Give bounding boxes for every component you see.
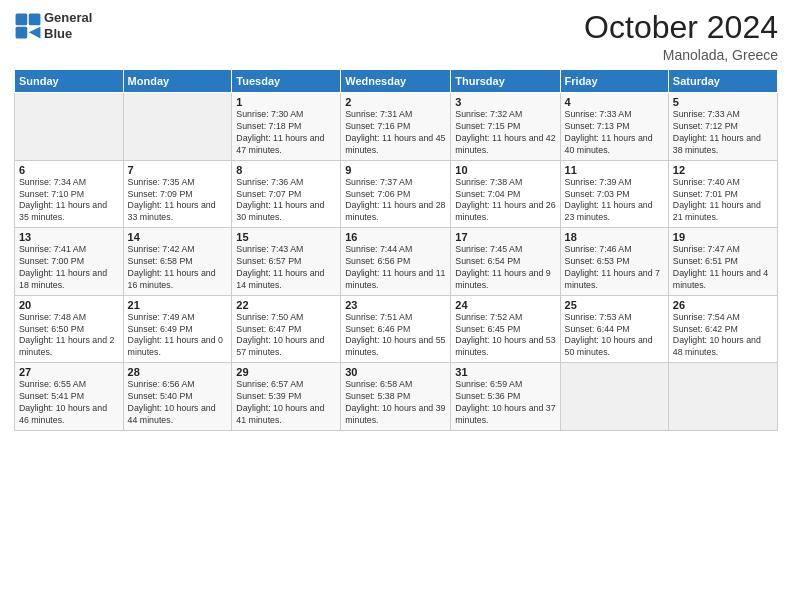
day-cell xyxy=(668,363,777,431)
day-cell: 31Sunrise: 6:59 AMSunset: 5:36 PMDayligh… xyxy=(451,363,560,431)
day-info: Sunrise: 6:58 AMSunset: 5:38 PMDaylight:… xyxy=(345,379,446,427)
svg-rect-2 xyxy=(16,26,28,38)
day-info: Sunrise: 7:34 AMSunset: 7:10 PMDaylight:… xyxy=(19,177,119,225)
day-info: Sunrise: 7:37 AMSunset: 7:06 PMDaylight:… xyxy=(345,177,446,225)
day-cell: 12Sunrise: 7:40 AMSunset: 7:01 PMDayligh… xyxy=(668,160,777,228)
day-number: 23 xyxy=(345,299,446,311)
day-cell: 10Sunrise: 7:38 AMSunset: 7:04 PMDayligh… xyxy=(451,160,560,228)
day-info: Sunrise: 7:48 AMSunset: 6:50 PMDaylight:… xyxy=(19,312,119,360)
day-number: 17 xyxy=(455,231,555,243)
day-info: Sunrise: 7:53 AMSunset: 6:44 PMDaylight:… xyxy=(565,312,664,360)
day-number: 15 xyxy=(236,231,336,243)
header: General Blue October 2024 Manolada, Gree… xyxy=(14,10,778,63)
day-number: 13 xyxy=(19,231,119,243)
logo: General Blue xyxy=(14,10,92,41)
day-cell xyxy=(123,93,232,161)
day-cell: 24Sunrise: 7:52 AMSunset: 6:45 PMDayligh… xyxy=(451,295,560,363)
day-info: Sunrise: 7:39 AMSunset: 7:03 PMDaylight:… xyxy=(565,177,664,225)
day-cell xyxy=(560,363,668,431)
day-cell: 30Sunrise: 6:58 AMSunset: 5:38 PMDayligh… xyxy=(341,363,451,431)
day-number: 21 xyxy=(128,299,228,311)
day-number: 14 xyxy=(128,231,228,243)
day-info: Sunrise: 7:33 AMSunset: 7:12 PMDaylight:… xyxy=(673,109,773,157)
day-number: 1 xyxy=(236,96,336,108)
day-number: 5 xyxy=(673,96,773,108)
day-cell: 11Sunrise: 7:39 AMSunset: 7:03 PMDayligh… xyxy=(560,160,668,228)
header-row: Sunday Monday Tuesday Wednesday Thursday… xyxy=(15,70,778,93)
day-info: Sunrise: 6:55 AMSunset: 5:41 PMDaylight:… xyxy=(19,379,119,427)
day-info: Sunrise: 7:50 AMSunset: 6:47 PMDaylight:… xyxy=(236,312,336,360)
svg-rect-1 xyxy=(29,13,41,25)
col-tuesday: Tuesday xyxy=(232,70,341,93)
subtitle: Manolada, Greece xyxy=(584,47,778,63)
day-cell: 15Sunrise: 7:43 AMSunset: 6:57 PMDayligh… xyxy=(232,228,341,296)
day-info: Sunrise: 7:44 AMSunset: 6:56 PMDaylight:… xyxy=(345,244,446,292)
day-number: 18 xyxy=(565,231,664,243)
logo-text: General Blue xyxy=(44,10,92,41)
svg-rect-0 xyxy=(16,13,28,25)
day-info: Sunrise: 6:59 AMSunset: 5:36 PMDaylight:… xyxy=(455,379,555,427)
col-monday: Monday xyxy=(123,70,232,93)
day-cell: 26Sunrise: 7:54 AMSunset: 6:42 PMDayligh… xyxy=(668,295,777,363)
day-info: Sunrise: 7:47 AMSunset: 6:51 PMDaylight:… xyxy=(673,244,773,292)
day-cell: 29Sunrise: 6:57 AMSunset: 5:39 PMDayligh… xyxy=(232,363,341,431)
day-cell: 21Sunrise: 7:49 AMSunset: 6:49 PMDayligh… xyxy=(123,295,232,363)
day-cell: 14Sunrise: 7:42 AMSunset: 6:58 PMDayligh… xyxy=(123,228,232,296)
day-cell: 3Sunrise: 7:32 AMSunset: 7:15 PMDaylight… xyxy=(451,93,560,161)
day-cell: 8Sunrise: 7:36 AMSunset: 7:07 PMDaylight… xyxy=(232,160,341,228)
week-row-3: 13Sunrise: 7:41 AMSunset: 7:00 PMDayligh… xyxy=(15,228,778,296)
day-number: 31 xyxy=(455,366,555,378)
day-cell: 18Sunrise: 7:46 AMSunset: 6:53 PMDayligh… xyxy=(560,228,668,296)
day-info: Sunrise: 7:38 AMSunset: 7:04 PMDaylight:… xyxy=(455,177,555,225)
day-info: Sunrise: 7:46 AMSunset: 6:53 PMDaylight:… xyxy=(565,244,664,292)
day-info: Sunrise: 7:51 AMSunset: 6:46 PMDaylight:… xyxy=(345,312,446,360)
day-number: 16 xyxy=(345,231,446,243)
week-row-2: 6Sunrise: 7:34 AMSunset: 7:10 PMDaylight… xyxy=(15,160,778,228)
day-number: 8 xyxy=(236,164,336,176)
day-info: Sunrise: 7:42 AMSunset: 6:58 PMDaylight:… xyxy=(128,244,228,292)
day-cell: 25Sunrise: 7:53 AMSunset: 6:44 PMDayligh… xyxy=(560,295,668,363)
day-cell: 22Sunrise: 7:50 AMSunset: 6:47 PMDayligh… xyxy=(232,295,341,363)
day-number: 19 xyxy=(673,231,773,243)
day-cell: 13Sunrise: 7:41 AMSunset: 7:00 PMDayligh… xyxy=(15,228,124,296)
day-cell: 20Sunrise: 7:48 AMSunset: 6:50 PMDayligh… xyxy=(15,295,124,363)
day-number: 10 xyxy=(455,164,555,176)
col-wednesday: Wednesday xyxy=(341,70,451,93)
day-cell: 23Sunrise: 7:51 AMSunset: 6:46 PMDayligh… xyxy=(341,295,451,363)
day-info: Sunrise: 7:32 AMSunset: 7:15 PMDaylight:… xyxy=(455,109,555,157)
col-thursday: Thursday xyxy=(451,70,560,93)
day-cell: 28Sunrise: 6:56 AMSunset: 5:40 PMDayligh… xyxy=(123,363,232,431)
title-block: October 2024 Manolada, Greece xyxy=(584,10,778,63)
day-number: 6 xyxy=(19,164,119,176)
day-info: Sunrise: 7:41 AMSunset: 7:00 PMDaylight:… xyxy=(19,244,119,292)
day-cell: 6Sunrise: 7:34 AMSunset: 7:10 PMDaylight… xyxy=(15,160,124,228)
day-number: 28 xyxy=(128,366,228,378)
day-info: Sunrise: 6:56 AMSunset: 5:40 PMDaylight:… xyxy=(128,379,228,427)
day-info: Sunrise: 7:45 AMSunset: 6:54 PMDaylight:… xyxy=(455,244,555,292)
day-number: 27 xyxy=(19,366,119,378)
day-number: 11 xyxy=(565,164,664,176)
day-cell: 16Sunrise: 7:44 AMSunset: 6:56 PMDayligh… xyxy=(341,228,451,296)
day-info: Sunrise: 7:35 AMSunset: 7:09 PMDaylight:… xyxy=(128,177,228,225)
calendar-page: General Blue October 2024 Manolada, Gree… xyxy=(0,0,792,612)
day-info: Sunrise: 7:30 AMSunset: 7:18 PMDaylight:… xyxy=(236,109,336,157)
day-info: Sunrise: 7:31 AMSunset: 7:16 PMDaylight:… xyxy=(345,109,446,157)
col-sunday: Sunday xyxy=(15,70,124,93)
day-cell: 7Sunrise: 7:35 AMSunset: 7:09 PMDaylight… xyxy=(123,160,232,228)
logo-line2: Blue xyxy=(44,26,92,42)
day-number: 30 xyxy=(345,366,446,378)
day-number: 9 xyxy=(345,164,446,176)
day-cell xyxy=(15,93,124,161)
calendar-table: Sunday Monday Tuesday Wednesday Thursday… xyxy=(14,69,778,431)
svg-marker-3 xyxy=(29,26,41,38)
day-info: Sunrise: 7:54 AMSunset: 6:42 PMDaylight:… xyxy=(673,312,773,360)
day-number: 12 xyxy=(673,164,773,176)
day-cell: 19Sunrise: 7:47 AMSunset: 6:51 PMDayligh… xyxy=(668,228,777,296)
week-row-5: 27Sunrise: 6:55 AMSunset: 5:41 PMDayligh… xyxy=(15,363,778,431)
day-number: 26 xyxy=(673,299,773,311)
day-number: 2 xyxy=(345,96,446,108)
day-cell: 17Sunrise: 7:45 AMSunset: 6:54 PMDayligh… xyxy=(451,228,560,296)
week-row-1: 1Sunrise: 7:30 AMSunset: 7:18 PMDaylight… xyxy=(15,93,778,161)
day-cell: 9Sunrise: 7:37 AMSunset: 7:06 PMDaylight… xyxy=(341,160,451,228)
day-info: Sunrise: 7:49 AMSunset: 6:49 PMDaylight:… xyxy=(128,312,228,360)
